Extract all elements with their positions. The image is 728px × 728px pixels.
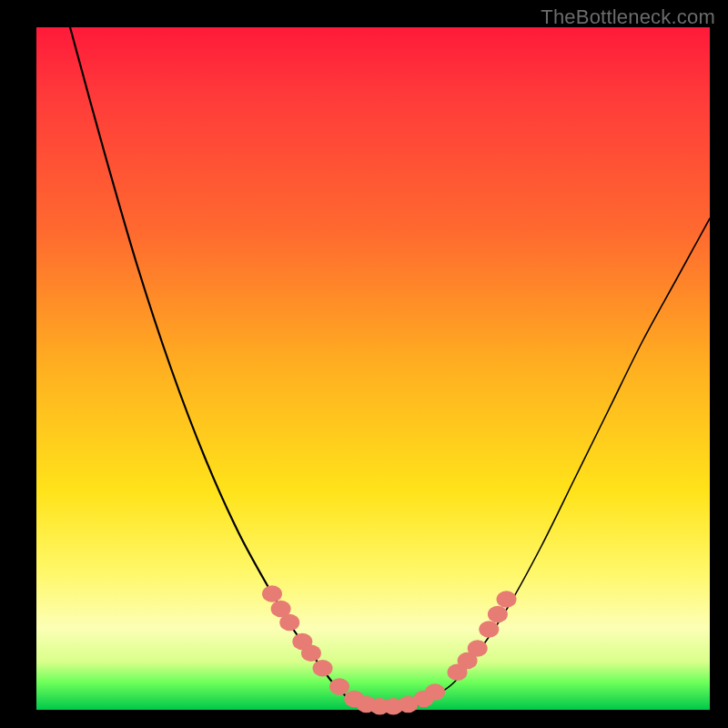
data-marker <box>262 585 282 602</box>
data-marker <box>488 606 508 623</box>
curve-left <box>70 27 427 709</box>
curve-svg <box>36 27 710 710</box>
data-marker <box>301 644 321 662</box>
curve-right <box>353 218 710 709</box>
data-marker <box>329 678 349 695</box>
plot-area <box>36 27 710 710</box>
chart-frame: TheBottleneck.com <box>0 0 728 728</box>
data-marker <box>497 591 517 608</box>
data-marker <box>425 683 445 701</box>
curve-group <box>70 27 710 709</box>
marker-group <box>262 585 517 714</box>
data-marker <box>479 621 499 638</box>
data-marker <box>468 640 488 657</box>
data-marker <box>279 614 299 632</box>
data-marker <box>313 660 333 677</box>
watermark-text: TheBottleneck.com <box>541 5 715 29</box>
